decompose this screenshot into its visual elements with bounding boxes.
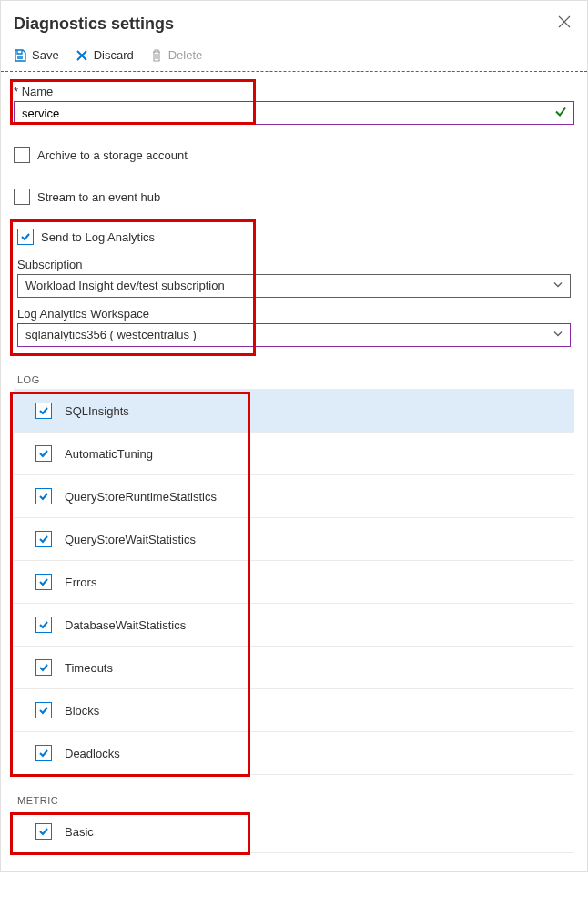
category-checkbox[interactable] <box>35 488 52 504</box>
save-label: Save <box>32 48 59 62</box>
delete-label: Delete <box>168 48 203 62</box>
workspace-value: sqlanalytics356 ( westcentralus ) <box>25 328 197 341</box>
category-label: AutomaticTuning <box>65 447 153 461</box>
save-icon <box>14 49 26 62</box>
category-label: QueryStoreWaitStatistics <box>65 533 196 546</box>
archive-checkbox[interactable] <box>14 147 30 163</box>
log-analytics-checkbox-row: Send to Log Analytics <box>17 229 571 245</box>
save-button[interactable]: Save <box>14 48 59 62</box>
panel-content: Name Archive to a storage account Stream… <box>1 72 587 871</box>
stream-checkbox-row: Stream to an event hub <box>14 189 574 205</box>
log-section-title: LOG <box>17 374 574 385</box>
archive-label: Archive to a storage account <box>37 148 188 162</box>
category-label: Timeouts <box>65 661 113 675</box>
category-checkbox[interactable] <box>35 659 52 676</box>
delete-icon <box>150 49 163 62</box>
workspace-label: Log Analytics Workspace <box>17 307 571 321</box>
category-checkbox[interactable] <box>35 531 52 547</box>
archive-checkbox-row: Archive to a storage account <box>14 147 574 163</box>
category-checkbox[interactable] <box>35 617 52 633</box>
category-row: QueryStoreRuntimeStatistics <box>14 475 574 518</box>
metric-section-title: METRIC <box>17 795 574 806</box>
category-checkbox[interactable] <box>35 823 52 840</box>
log-category-list: SQLInsightsAutomaticTuningQueryStoreRunt… <box>14 390 574 775</box>
category-label: Blocks <box>65 704 99 718</box>
name-input[interactable] <box>14 101 574 125</box>
delete-button: Delete <box>150 48 203 62</box>
category-label: Basic <box>65 825 94 839</box>
category-row: Timeouts <box>14 647 574 689</box>
category-row: Errors <box>14 561 574 604</box>
category-row: Basic <box>14 810 574 853</box>
category-checkbox[interactable] <box>35 403 52 419</box>
discard-label: Discard <box>94 48 134 62</box>
log-analytics-checkbox[interactable] <box>17 229 34 245</box>
metric-category-list: Basic <box>14 810 574 853</box>
category-row: DatabaseWaitStatistics <box>14 604 574 647</box>
category-label: Errors <box>65 576 96 589</box>
close-button[interactable] <box>554 12 574 36</box>
category-label: QueryStoreRuntimeStatistics <box>65 490 217 504</box>
subscription-value: Workload Insight dev/test subscription <box>25 279 225 292</box>
category-checkbox[interactable] <box>35 574 52 590</box>
stream-checkbox[interactable] <box>14 189 30 205</box>
category-label: Deadlocks <box>65 747 120 760</box>
log-analytics-label: Send to Log Analytics <box>41 230 155 244</box>
category-checkbox[interactable] <box>35 702 52 718</box>
category-checkbox[interactable] <box>35 745 52 761</box>
category-row: AutomaticTuning <box>14 433 574 475</box>
diagnostics-settings-panel: Diagnostics settings Save Discard Delete <box>0 0 588 872</box>
toolbar: Save Discard Delete <box>1 45 587 72</box>
category-row: Deadlocks <box>14 732 574 775</box>
stream-label: Stream to an event hub <box>37 190 160 204</box>
panel-header: Diagnostics settings <box>1 1 587 45</box>
subscription-select[interactable]: Workload Insight dev/test subscription <box>17 274 571 298</box>
discard-icon <box>76 49 88 62</box>
category-row: SQLInsights <box>14 390 574 433</box>
category-row: Blocks <box>14 689 574 732</box>
discard-button[interactable]: Discard <box>76 48 134 62</box>
subscription-label: Subscription <box>17 258 571 271</box>
category-row: QueryStoreWaitStatistics <box>14 518 574 561</box>
name-label: Name <box>14 85 574 98</box>
category-label: SQLInsights <box>65 404 129 418</box>
panel-title: Diagnostics settings <box>14 15 174 34</box>
category-label: DatabaseWaitStatistics <box>65 618 186 632</box>
workspace-select[interactable]: sqlanalytics356 ( westcentralus ) <box>17 323 571 347</box>
category-checkbox[interactable] <box>35 445 52 462</box>
